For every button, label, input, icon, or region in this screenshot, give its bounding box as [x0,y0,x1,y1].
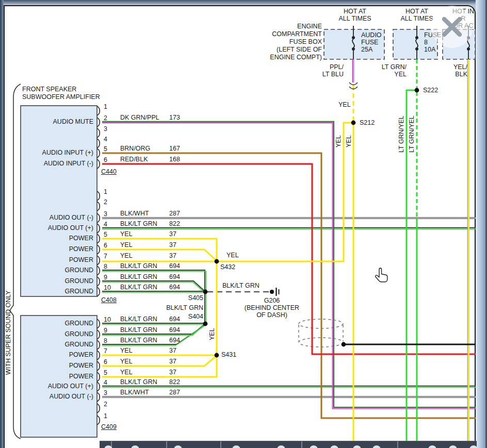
wire-label-yel-blk: YEL/ BLK [435,63,467,78]
wire-color: YEL [120,347,133,354]
toolbar-icon[interactable] [428,445,436,448]
wire-color: RED/BLK [120,156,148,163]
pin-number: 8 [104,263,107,270]
circuit-number: 694 [169,273,180,280]
wire-label-jumper: BLK/LT GRN [154,304,203,311]
wire-color: YEL [120,358,133,365]
connector-label-c409: C409 [101,423,117,430]
splice-s222-label: S222 [423,87,438,94]
pin-function: AUDIO OUT (+) [21,224,93,231]
pin-function: GROUND [21,267,93,274]
toolbar-icon[interactable] [174,445,182,448]
pin-number: 8 [104,337,107,344]
pin-number: 9 [104,274,107,281]
wire-color: BLK/LT GRN [120,378,157,386]
connector-label-c408: C408 [101,296,117,304]
toolbar-icon[interactable] [232,445,240,448]
wire-label-lt-grn-yel-v2: LT GRN/YEL [408,109,415,153]
screen: HOT AT ALL TIMES HOT AT ALL TIMES HOT IN… [0,0,487,448]
ground-id-label: G206 [233,297,311,304]
toolbar-icon[interactable] [131,445,139,448]
pin-function: POWER [21,351,93,358]
pin-function: AUDIO OUT (+) [21,383,93,390]
window-frame-left [0,0,4,448]
wire-label-ground-lead: BLK/LT GRN [222,282,259,289]
pin-function: AUDIO OUT (-) [21,214,93,221]
scrollbar[interactable] [476,0,487,448]
pin-number: 9 [104,327,107,334]
toolbar-separator [301,441,302,448]
pin-number: 1 [104,103,107,110]
circuit-number: 37 [169,358,176,365]
pin-number: 10 [104,284,111,291]
wire-color: BLK/LT GRN [120,273,157,280]
circuit-number: 37 [169,369,176,376]
pin-number: 2 [104,198,107,206]
wire-color: BLK/WHT [120,210,149,217]
toolbar-separator [166,441,167,448]
wire-label-yel-s432: YEL [226,252,239,259]
pin-number: 1 [104,412,107,420]
toolbar-icon[interactable] [469,445,477,448]
pin-function: GROUND [21,330,93,338]
wire-color: BLK/LT GRN [120,316,157,323]
amplifier-title: FRONT SPEAKER SUBWOOFER AMPLIFIER [22,86,100,101]
pin-number: 2 [104,114,107,122]
ground-location-label: (BEHIND CENTER OF DASH) [233,304,311,319]
wire-color: BLK/LT GRN [120,262,157,270]
connector-label-c440: C440 [101,168,117,175]
pin-function: GROUND [21,288,93,295]
toolbar-separator [220,441,221,448]
pin-number: 7 [104,347,107,355]
pin-function: GROUND [21,341,93,348]
wire-label-yel-v1: YEL [335,129,342,147]
option-note: WITH SUPER SOUND ONLY [5,269,12,375]
pin-function: AUDIO INPUT (+) [21,149,93,156]
pin-number: 3 [104,389,107,396]
tool-icon[interactable] [449,445,457,448]
toolbar-icon[interactable] [353,445,361,448]
pin-number: 4 [104,221,107,228]
pin-number: 2 [104,401,107,408]
close-button[interactable] [431,6,473,48]
wire-color: BLK/LT GRN [120,326,157,334]
pin-number: 1 [104,188,107,195]
pin-number: 6 [104,242,107,249]
window-frame-top [0,0,487,5]
pin-number: 3 [104,125,107,132]
circuit-number: 822 [169,220,180,227]
circuit-number: 37 [169,252,176,259]
wire-color: YEL [120,241,133,248]
splice-s405-label: S405 [154,294,203,302]
pin-function: POWER [21,256,93,263]
pin-function: GROUND [21,277,93,285]
pin-function: AUDIO MUTE [21,118,93,125]
wire-color: YEL [120,252,133,259]
pin-number: 5 [104,369,107,376]
wire-color: BLK/LT GRN [120,220,157,227]
pin-function: AUDIO INPUT (-) [21,160,93,167]
pin-function: AUDIO OUT (-) [21,393,93,400]
toolbar-separator [397,441,398,448]
close-icon [431,6,473,48]
circuit-number: 167 [169,145,180,152]
circuit-number: 173 [169,114,180,121]
pin-function: POWER [21,245,93,253]
toolbar-icon[interactable] [310,445,318,448]
wire-label-lt-grn-yel-v1: LT GRN/YEL [398,109,405,153]
splice-s432-label: S432 [220,263,235,271]
hot-label-1: HOT AT ALL TIMES [333,8,377,22]
wire-label-yel-v3: YEL [208,321,216,340]
circuit-number: 37 [169,241,176,248]
toolbar-icon[interactable] [330,445,338,448]
wire-label-ppl-lt-blu: PPL/ LT BLU [310,63,344,78]
wire-label-lt-grn-yel: LT GRN/ YEL [372,63,407,78]
circuit-number: 287 [169,389,180,396]
wire-color: BLK/WHT [120,389,149,396]
toolbar-icon[interactable] [372,445,381,448]
circuit-number: 694 [169,262,180,270]
pin-function: POWER [21,373,93,380]
circuit-number: 287 [169,210,180,217]
toolbar-icon[interactable] [277,445,285,448]
splice-s431-label: S431 [221,351,236,358]
